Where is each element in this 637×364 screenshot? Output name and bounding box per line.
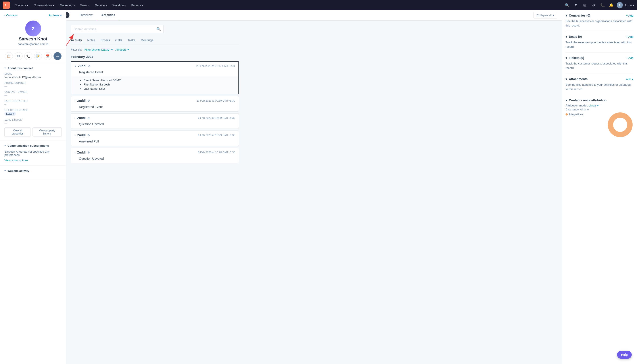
collapse-all-button[interactable]: Collapse all ▾ bbox=[533, 12, 557, 18]
expand-activity-chevron[interactable]: › bbox=[75, 99, 75, 102]
view-property-history-button[interactable]: View property history bbox=[33, 128, 62, 137]
nav-service[interactable]: Service bbox=[93, 2, 109, 8]
add-company-link[interactable]: + Add bbox=[626, 14, 633, 17]
sidebar-header: ‹ Contacts Actions bbox=[0, 10, 66, 17]
about-section: ▾ About this contact Email sarveshkhot+1… bbox=[0, 63, 66, 140]
website-section-header[interactable]: ▾ Website activity bbox=[5, 169, 62, 172]
contact-profile: Z Sarvesh Khot sarveshk@acme.com ⧉ bbox=[0, 17, 66, 50]
more-actions-button[interactable]: ••• bbox=[54, 52, 62, 60]
send-email-button[interactable]: ✉ bbox=[15, 52, 23, 60]
about-section-header[interactable]: ▾ About this contact bbox=[5, 66, 62, 70]
comm-section-header[interactable]: ▾ Communication subscriptions bbox=[5, 144, 62, 147]
activity-brand: Zuddl bbox=[77, 134, 86, 137]
chevron-down-icon bbox=[53, 4, 54, 7]
chevron-icon: ▾ bbox=[5, 144, 6, 147]
activity-card: › Zuddl ⚙ 6 Feb 2023 at 16:29 GMT+5:30 A… bbox=[71, 130, 239, 146]
apps-button[interactable]: ⊞ bbox=[581, 2, 588, 8]
companies-section-header[interactable]: ▾ Companies (0) bbox=[566, 14, 590, 17]
expand-activity-chevron[interactable]: ▾ bbox=[75, 64, 76, 68]
chevron-icon: ▾ bbox=[566, 77, 567, 81]
svg-text:Z: Z bbox=[32, 26, 34, 31]
expand-sidebar-button[interactable]: » bbox=[66, 12, 69, 18]
tickets-section-header[interactable]: ▾ Tickets (0) bbox=[566, 56, 584, 60]
attribution-section-header[interactable]: ▾ Contact create attribution bbox=[566, 98, 633, 102]
actions-button[interactable]: Actions bbox=[49, 14, 62, 17]
view-all-properties-button[interactable]: View all properties bbox=[5, 128, 31, 137]
deals-section-header[interactable]: ▾ Deals (0) bbox=[566, 35, 582, 38]
activity-timestamp: 6 Feb 2023 at 16:30 GMT+5:30 bbox=[198, 116, 235, 120]
contact-owner-property: Contact owner — bbox=[5, 90, 62, 97]
chevron-down-icon bbox=[88, 4, 90, 7]
activity-filter-chip[interactable]: Filter activity (23/32) ▾ bbox=[85, 48, 113, 51]
sub-tab-meetings[interactable]: Meetings bbox=[141, 37, 153, 44]
add-deal-link[interactable]: + Add bbox=[626, 35, 633, 38]
activity-brand: Zuddl bbox=[77, 99, 86, 102]
call-button[interactable]: 📞 bbox=[24, 52, 32, 60]
chevron-down-icon: ▾ bbox=[552, 14, 554, 17]
create-task-button[interactable]: 📋 bbox=[5, 52, 13, 60]
chevron-down-icon bbox=[142, 4, 144, 7]
activity-settings-icon[interactable]: ⚙ bbox=[87, 116, 90, 120]
chevron-down-icon: ▾ bbox=[597, 104, 599, 107]
lead-status-property: Lead status — bbox=[5, 118, 62, 125]
sub-tab-notes[interactable]: Notes bbox=[87, 37, 96, 44]
svg-point-5 bbox=[614, 118, 626, 131]
chevron-down-icon bbox=[633, 4, 634, 7]
activity-details: Event Name: Hubspot DEMO First Name: Sar… bbox=[71, 77, 239, 94]
view-subscriptions-link[interactable]: View subscriptions bbox=[5, 158, 28, 162]
hubspot-logo[interactable] bbox=[3, 2, 10, 8]
activity-settings-icon[interactable]: ⚙ bbox=[87, 134, 90, 137]
expand-activity-chevron[interactable]: › bbox=[75, 134, 75, 137]
search-input[interactable] bbox=[74, 28, 155, 31]
contact-name: Sarvesh Khot bbox=[19, 36, 47, 42]
nav-marketing[interactable]: Marketing bbox=[58, 2, 77, 8]
legend-dot bbox=[566, 113, 568, 116]
help-button[interactable]: Help bbox=[617, 351, 632, 359]
sub-tab-calls[interactable]: Calls bbox=[115, 37, 122, 44]
copy-email-icon[interactable]: ⧉ bbox=[47, 43, 49, 46]
nav-reports[interactable]: Reports bbox=[129, 2, 146, 8]
add-ticket-link[interactable]: + Add bbox=[626, 56, 633, 60]
deals-section: ▾ Deals (0) + Add Track the revenue oppo… bbox=[566, 35, 633, 52]
search-button[interactable]: 🔍 bbox=[564, 2, 571, 8]
sub-tab-emails[interactable]: Emails bbox=[101, 37, 110, 44]
activity-card: ▾ Zuddl ⚙ 23 Feb 2023 at 01:17 GMT+5:30 … bbox=[71, 61, 239, 94]
upgrade-button[interactable]: ⬆ bbox=[572, 2, 579, 8]
notifications-button[interactable]: 🔔 bbox=[608, 2, 615, 8]
expand-activity-chevron[interactable]: › bbox=[75, 151, 75, 154]
activity-settings-icon[interactable]: ⚙ bbox=[87, 99, 90, 102]
expand-activity-chevron[interactable]: › bbox=[75, 116, 75, 120]
users-filter-chip[interactable]: All users ▾ bbox=[115, 48, 129, 51]
back-to-contacts[interactable]: ‹ Contacts bbox=[5, 14, 18, 17]
nav-conversations[interactable]: Conversations bbox=[31, 2, 57, 8]
lifecycle-stage-property: Lifecycle stage Lead ▾ bbox=[5, 109, 62, 116]
attachments-section: ▾ Attachments Add ▾ See the files attach… bbox=[566, 77, 633, 95]
sub-tab-activity[interactable]: Activity bbox=[71, 37, 82, 44]
account-switcher[interactable]: Acme bbox=[625, 4, 634, 7]
nav-workflows[interactable]: Workflows bbox=[110, 2, 128, 8]
nav-sales[interactable]: Sales bbox=[78, 2, 92, 8]
activity-settings-icon[interactable]: ⚙ bbox=[88, 64, 91, 68]
avatar[interactable]: A bbox=[617, 2, 623, 8]
filter-bar: Filter by: Filter activity (23/32) ▾ All… bbox=[71, 48, 239, 51]
sub-tab-tasks[interactable]: Tasks bbox=[127, 37, 135, 44]
log-button[interactable]: 📝 bbox=[34, 52, 42, 60]
search-bar: 🔍 bbox=[71, 25, 164, 33]
meeting-button[interactable]: 📅 bbox=[44, 52, 52, 60]
add-attachment-link[interactable]: Add ▾ bbox=[626, 78, 633, 81]
chevron-down-icon bbox=[73, 4, 75, 7]
activity-title: Registered Event bbox=[71, 70, 239, 77]
activity-header: ▾ Zuddl ⚙ 23 Feb 2023 at 01:17 GMT+5:30 bbox=[71, 62, 239, 70]
comm-subscriptions-section: ▾ Communication subscriptions Sarvesh Kh… bbox=[0, 140, 66, 166]
website-activity-section: ▾ Website activity bbox=[0, 166, 66, 179]
tab-activities[interactable]: Activities bbox=[97, 10, 119, 20]
settings-button[interactable]: ⚙ bbox=[590, 2, 597, 8]
right-sidebar: ▾ Companies (0) + Add See the businesses… bbox=[562, 10, 637, 364]
tab-overview[interactable]: Overview bbox=[75, 10, 97, 20]
attribution-model-selector[interactable]: Linear ▾ bbox=[589, 104, 599, 107]
attachments-section-header[interactable]: ▾ Attachments bbox=[566, 77, 588, 81]
calls-button[interactable]: 📞 bbox=[599, 2, 606, 8]
activity-timestamp: 23 Feb 2023 at 00:59 GMT+5:30 bbox=[197, 99, 235, 102]
nav-contacts[interactable]: Contacts bbox=[12, 2, 31, 8]
activity-settings-icon[interactable]: ⚙ bbox=[87, 151, 90, 154]
